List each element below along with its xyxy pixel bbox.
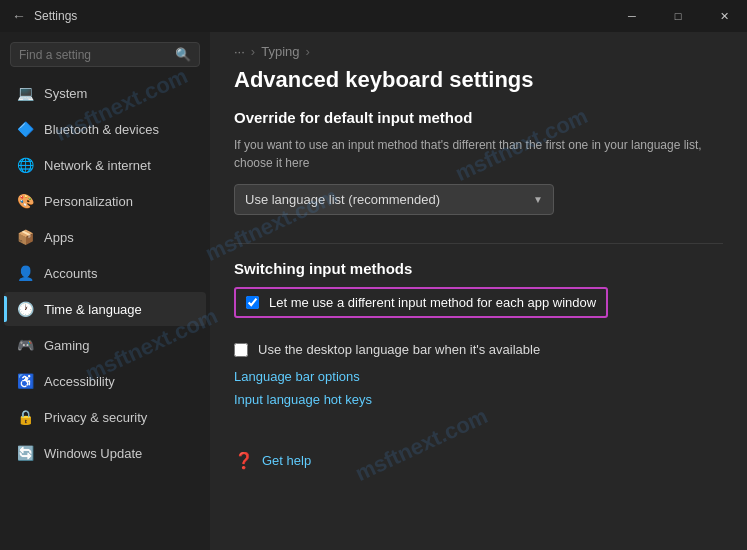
minimize-button[interactable]: ─ <box>609 0 655 32</box>
input-method-dropdown[interactable]: Use language list (recommended) ▼ <box>234 184 554 215</box>
sidebar-item-accessibility[interactable]: ♿ Accessibility <box>4 364 206 398</box>
language-bar-options-link[interactable]: Language bar options <box>234 369 723 384</box>
breadcrumb-typing[interactable]: Typing <box>261 44 299 59</box>
search-icon: 🔍 <box>175 47 191 62</box>
checkbox2-item: Use the desktop language bar when it's a… <box>234 342 723 357</box>
sidebar-item-accounts[interactable]: 👤 Accounts <box>4 256 206 290</box>
sidebar-item-privacy[interactable]: 🔒 Privacy & security <box>4 400 206 434</box>
bluetooth-icon: 🔷 <box>16 120 34 138</box>
checkbox2-label: Use the desktop language bar when it's a… <box>258 342 540 357</box>
title-bar: ← Settings ─ □ ✕ <box>0 0 747 32</box>
title-bar-left: ← Settings <box>12 8 77 24</box>
sidebar-label-system: System <box>44 86 87 101</box>
section1-title: Override for default input method <box>234 109 723 126</box>
sidebar-label-accounts: Accounts <box>44 266 97 281</box>
back-icon[interactable]: ← <box>12 8 26 24</box>
breadcrumb-sep1: › <box>251 44 255 59</box>
section-divider <box>234 243 723 244</box>
apps-icon: 📦 <box>16 228 34 246</box>
title-bar-title: Settings <box>34 9 77 23</box>
content-area: ··· › Typing › Advanced keyboard setting… <box>210 32 747 550</box>
sidebar-item-gaming[interactable]: 🎮 Gaming <box>4 328 206 362</box>
title-bar-controls: ─ □ ✕ <box>609 0 747 32</box>
network-icon: 🌐 <box>16 156 34 174</box>
help-section[interactable]: ❓ Get help <box>210 435 747 470</box>
breadcrumb: ··· › Typing › <box>210 32 747 67</box>
sidebar-label-network: Network & internet <box>44 158 151 173</box>
breadcrumb-dots[interactable]: ··· <box>234 44 245 59</box>
maximize-button[interactable]: □ <box>655 0 701 32</box>
page-title: Advanced keyboard settings <box>210 67 747 109</box>
sidebar-label-personalization: Personalization <box>44 194 133 209</box>
time-icon: 🕐 <box>16 300 34 318</box>
system-icon: 💻 <box>16 84 34 102</box>
close-button[interactable]: ✕ <box>701 0 747 32</box>
sidebar: 🔍 💻 System 🔷 Bluetooth & devices 🌐 Netwo… <box>0 32 210 550</box>
search-box[interactable]: 🔍 <box>10 42 200 67</box>
checkbox1-label: Let me use a different input method for … <box>269 295 596 310</box>
update-icon: 🔄 <box>16 444 34 462</box>
search-input[interactable] <box>19 48 169 62</box>
section2-title: Switching input methods <box>234 260 723 277</box>
accounts-icon: 👤 <box>16 264 34 282</box>
sidebar-label-update: Windows Update <box>44 446 142 461</box>
dropdown-arrow-icon: ▼ <box>533 194 543 205</box>
section-switching: Switching input methods Let me use a dif… <box>210 260 747 435</box>
help-icon: ❓ <box>234 451 254 470</box>
help-label: Get help <box>262 453 311 468</box>
sidebar-label-privacy: Privacy & security <box>44 410 147 425</box>
sidebar-item-personalization[interactable]: 🎨 Personalization <box>4 184 206 218</box>
breadcrumb-sep2: › <box>306 44 310 59</box>
main-layout: 🔍 💻 System 🔷 Bluetooth & devices 🌐 Netwo… <box>0 32 747 550</box>
sidebar-item-network[interactable]: 🌐 Network & internet <box>4 148 206 182</box>
gaming-icon: 🎮 <box>16 336 34 354</box>
checkbox1-input[interactable] <box>246 296 259 309</box>
privacy-icon: 🔒 <box>16 408 34 426</box>
sidebar-label-apps: Apps <box>44 230 74 245</box>
section1-description: If you want to use an input method that'… <box>234 136 723 172</box>
sidebar-label-bluetooth: Bluetooth & devices <box>44 122 159 137</box>
sidebar-item-bluetooth[interactable]: 🔷 Bluetooth & devices <box>4 112 206 146</box>
checkbox1-wrapper: Let me use a different input method for … <box>234 287 608 318</box>
sidebar-label-time: Time & language <box>44 302 142 317</box>
input-language-hotkeys-link[interactable]: Input language hot keys <box>234 392 723 407</box>
sidebar-label-accessibility: Accessibility <box>44 374 115 389</box>
sidebar-label-gaming: Gaming <box>44 338 90 353</box>
search-container: 🔍 <box>0 32 210 75</box>
sidebar-item-update[interactable]: 🔄 Windows Update <box>4 436 206 470</box>
accessibility-icon: ♿ <box>16 372 34 390</box>
checkbox2-input[interactable] <box>234 343 248 357</box>
personalization-icon: 🎨 <box>16 192 34 210</box>
sidebar-item-time[interactable]: 🕐 Time & language <box>4 292 206 326</box>
sidebar-item-apps[interactable]: 📦 Apps <box>4 220 206 254</box>
section-override: Override for default input method If you… <box>210 109 747 235</box>
dropdown-value: Use language list (recommended) <box>245 192 440 207</box>
sidebar-item-system[interactable]: 💻 System <box>4 76 206 110</box>
